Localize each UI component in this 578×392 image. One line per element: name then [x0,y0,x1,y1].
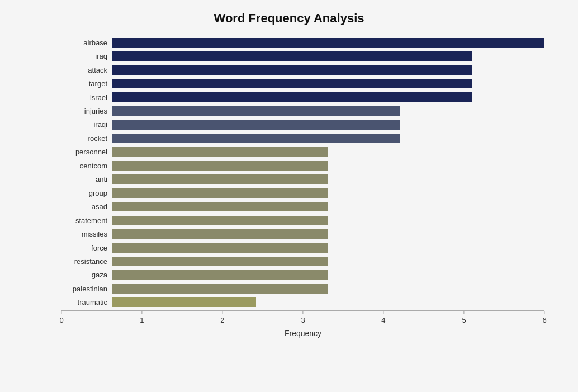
bar-label: personnel [61,148,112,156]
bar-label: iraq [61,52,112,60]
bar-row: palestinian [61,282,544,295]
bar-row: statement [61,214,544,227]
bar-row: attack [61,63,544,77]
bar-label: asad [61,202,112,211]
bar-label: statement [61,216,112,225]
bar-label: group [61,189,112,197]
bar-label: airbase [61,39,112,47]
bar-track [112,65,544,75]
bar-fill [112,216,328,225]
bar-row: iraqi [61,118,544,131]
bar-fill [112,284,328,294]
bar-row: personnel [61,145,544,159]
bar-label: iraqi [61,120,112,129]
bar-row: israel [61,91,544,104]
bar-label: israel [61,93,112,102]
bar-track [112,188,544,198]
bar-row: target [61,77,544,90]
bar-fill [112,134,400,143]
bar-row: asad [61,200,544,213]
bar-row: gaza [61,268,544,282]
bar-row: force [61,241,544,254]
bar-fill [112,243,328,252]
bar-fill [112,120,400,129]
bar-track [112,229,544,239]
bar-track [112,106,544,116]
bar-fill [112,174,328,184]
bar-track [112,174,544,184]
x-tick: 6 [542,311,546,324]
bar-track [112,161,544,171]
bar-row: group [61,186,544,200]
bar-fill [112,297,256,307]
bar-row: traumatic [61,296,544,309]
bar-fill [112,79,472,88]
bar-fill [112,106,400,116]
bar-track [112,202,544,211]
bar-label: anti [61,175,112,183]
x-tick: 2 [220,311,224,324]
x-axis: 0123456 Frequency [61,310,544,341]
bar-row: airbase [61,36,544,49]
bar-fill [112,38,544,48]
bar-track [112,284,544,294]
bar-fill [112,270,328,280]
x-tick: 0 [59,311,63,324]
bar-track [112,120,544,129]
bar-fill [112,51,472,61]
x-tick: 5 [462,311,466,324]
bar-label: force [61,244,112,252]
bar-fill [112,161,328,171]
bar-track [112,79,544,88]
bar-label: rocket [61,134,112,143]
bar-label: gaza [61,271,112,279]
bar-track [112,147,544,157]
bars-area: airbaseiraqattacktargetisraelinjuriesira… [61,36,544,309]
chart-container: Word Frequency Analysis airbaseiraqattac… [0,0,578,392]
bar-track [112,297,544,307]
bar-label: attack [61,66,112,74]
bar-label: centcom [61,162,112,170]
bar-fill [112,229,328,239]
bar-label: injuries [61,107,112,115]
bar-label: traumatic [61,298,112,306]
bar-row: injuries [61,104,544,117]
bar-track [112,270,544,280]
bar-fill [112,257,328,266]
bar-track [112,257,544,266]
bar-row: anti [61,173,544,186]
bar-track [112,51,544,61]
x-tick: 3 [301,311,305,324]
chart-title: Word Frequency Analysis [34,11,544,26]
bar-row: missiles [61,227,544,240]
x-tick: 1 [140,311,144,324]
bar-row: centcom [61,159,544,172]
bar-row: iraq [61,49,544,63]
x-tick: 4 [381,311,385,324]
bar-row: resistance [61,254,544,268]
bar-track [112,216,544,225]
bar-label: target [61,79,112,88]
bar-track [112,134,544,143]
bar-label: missiles [61,230,112,238]
bar-row: rocket [61,131,544,145]
bar-label: resistance [61,257,112,266]
bar-fill [112,65,472,75]
bar-fill [112,147,328,157]
bar-fill [112,202,328,211]
bar-track [112,92,544,102]
bar-fill [112,188,328,198]
bar-label: palestinian [61,285,112,293]
x-axis-label: Frequency [61,329,544,338]
bar-track [112,38,544,48]
bar-fill [112,92,472,102]
bar-track [112,243,544,252]
